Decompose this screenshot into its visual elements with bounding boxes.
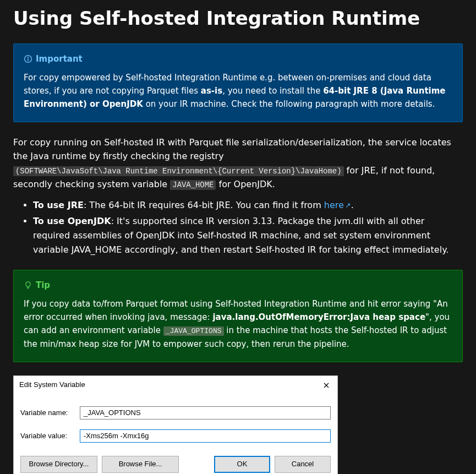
code-registry-path: (SOFTWARE\JavaSoft\Java Runtime Environm… [13,166,344,176]
svg-rect-3 [27,287,29,288]
external-link-icon: ↗ [345,201,351,209]
row-variable-value: Variable value: -Xms256m -Xmx16g [20,429,331,443]
list-item-jre: To use JRE: The 64-bit IR requires 64-bi… [33,198,463,213]
dialog-titlebar: Edit System Variable [14,376,337,394]
alert-important-title: Important [24,52,452,66]
alert-important-title-text: Important [36,52,83,66]
browse-file-button[interactable]: Browse File... [102,456,179,473]
list-item-openjdk: To use OpenJDK: It's supported since IR … [33,214,463,257]
paragraph-registry: For copy running on Self-hosted IR with … [13,135,463,192]
dialog-title: Edit System Variable [19,379,85,391]
jre-download-link[interactable]: here↗ [324,200,351,210]
svg-rect-2 [28,58,28,61]
java-options-list: To use JRE: The 64-bit IR requires 64-bi… [13,198,463,257]
info-icon [24,55,32,63]
input-variable-name[interactable]: _JAVA_OPTIONS [80,406,331,419]
alert-tip-title-text: Tip [36,279,50,292]
label-variable-value: Variable value: [20,431,80,442]
alert-tip-body: If you copy data to/from Parquet format … [24,297,452,351]
ok-button[interactable]: OK [214,456,270,473]
dialog-footer: Browse Directory... Browse File... OK Ca… [14,453,337,474]
alert-important-body: For copy empowered by Self-hosted Integr… [24,71,452,111]
label-variable-name: Variable name: [20,407,80,419]
dialog-body: Variable name: _JAVA_OPTIONS Variable va… [14,394,337,443]
close-icon[interactable] [320,380,333,391]
input-variable-value[interactable]: -Xms256m -Xmx16g [80,429,331,443]
alert-important: Important For copy empowered by Self-hos… [13,43,463,122]
alert-tip-title: Tip [24,279,452,292]
browse-directory-button[interactable]: Browse Directory... [20,456,97,473]
alert-tip: Tip If you copy data to/from Parquet for… [13,270,463,362]
page-title: Using Self-hosted Integration Runtime [13,0,463,30]
svg-rect-4 [28,288,29,289]
code-java-options-tip: _JAVA_OPTIONS [163,326,224,336]
row-variable-name: Variable name: _JAVA_OPTIONS [20,406,331,419]
lightbulb-icon [24,281,32,290]
article-main: Using Self-hosted Integration Runtime Im… [0,0,476,474]
code-java-home: JAVA_HOME [170,180,216,190]
cancel-button[interactable]: Cancel [275,456,331,473]
edit-system-variable-dialog: Edit System Variable Variable name: _JAV… [13,375,338,474]
svg-point-1 [28,57,29,58]
